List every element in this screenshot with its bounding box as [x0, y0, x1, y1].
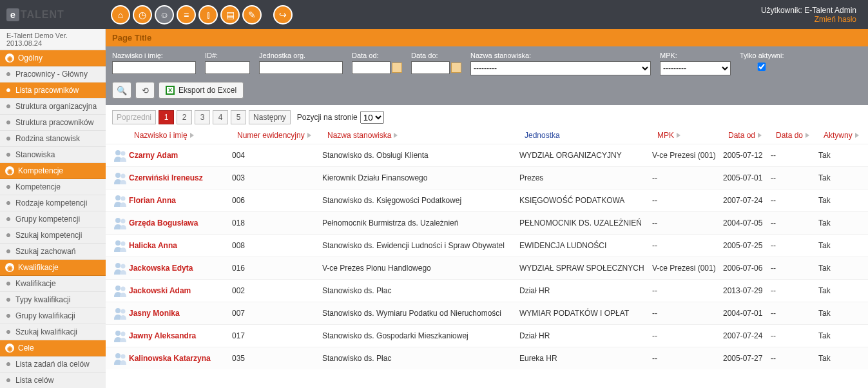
cell-dateto: --	[771, 354, 818, 363]
table-row: Jackowska Edyta016V-ce Prezes Pionu Hand…	[106, 257, 868, 279]
sidebar-section-header[interactable]: ◉Kwalifikacje	[0, 260, 106, 276]
next-page-button[interactable]: Następny	[249, 110, 291, 124]
th-datefrom[interactable]: Data od	[728, 131, 776, 140]
logout-icon[interactable]: ↪	[273, 5, 293, 24]
sidebar-item[interactable]: Stanowiska	[0, 147, 106, 163]
filter-mpk-select[interactable]: ---------	[660, 61, 731, 75]
filter-mpk-label: MPK:	[660, 52, 731, 59]
sidebar-item[interactable]: Grupy kompetencji	[0, 211, 106, 228]
th-mpk[interactable]: MPK	[657, 131, 728, 140]
employee-name-link[interactable]: Jackowska Edyta	[129, 264, 193, 273]
clear-button[interactable]: ⟲	[135, 82, 155, 99]
row-avatar	[112, 261, 129, 275]
page-number-button[interactable]: 2	[177, 110, 192, 124]
sidebar-item[interactable]: Lista pracowników	[0, 82, 106, 99]
sidebar-item-label: Lista pracowników	[15, 86, 79, 95]
sidebar-item[interactable]: Lista zadań dla celów	[0, 356, 106, 373]
filter-position-select[interactable]: ---------	[470, 61, 651, 75]
sidebar-item[interactable]: Struktura pracowników	[0, 115, 106, 131]
employee-name-link[interactable]: Jasny Monika	[129, 309, 180, 318]
sidebar-item[interactable]: Kompetencje	[0, 179, 106, 195]
sidebar-item[interactable]: Struktura organizacyjna	[0, 99, 106, 115]
section-title: Kompetencje	[18, 166, 63, 175]
sidebar: E-Talent Demo Ver. 2013.08.24 ◉OgólnyPra…	[0, 29, 106, 388]
filter-id-input[interactable]	[205, 61, 250, 74]
sidebar-item[interactable]: Typy kwalifikacji	[0, 292, 106, 308]
calendar-icon[interactable]	[392, 63, 402, 73]
svg-point-14	[115, 308, 121, 313]
th-active[interactable]: Aktywny	[824, 131, 868, 140]
th-dateto[interactable]: Data do	[776, 131, 824, 140]
filter-dateto-input[interactable]	[411, 61, 450, 74]
cell-datefrom: 2007-07-24	[723, 331, 771, 340]
svg-point-5	[121, 197, 126, 201]
content-area: Page Title Nazwisko i imię: ID#: Jednost…	[106, 29, 868, 388]
sidebar-item[interactable]: Pracownicy - Główny	[0, 66, 106, 82]
calendar-icon[interactable]	[451, 63, 461, 73]
cell-id: 006	[232, 196, 322, 205]
book-icon[interactable]: ▤	[220, 5, 240, 24]
employee-name-link[interactable]: Jawny Aleksandra	[129, 331, 196, 340]
bullet-icon	[6, 330, 10, 334]
bullet-icon	[6, 121, 10, 124]
th-position[interactable]: Nazwa stanowiska	[327, 131, 525, 140]
th-unit[interactable]: Jednostka	[525, 131, 657, 140]
svg-point-18	[115, 353, 121, 358]
cell-position: Pełnomocnik Burmistrza ds. Uzależnień	[322, 218, 519, 228]
change-password-link[interactable]: Zmień hasło	[761, 15, 856, 24]
filter-datefrom-input[interactable]	[352, 61, 391, 74]
sidebar-section-header[interactable]: ◉Kompetencje	[0, 163, 106, 179]
sidebar-item[interactable]: Rodzina stanowisk	[0, 131, 106, 147]
sidebar-item[interactable]: Szukaj kompetencji	[0, 228, 106, 244]
search-button[interactable]: 🔍	[112, 82, 131, 99]
page-number-button[interactable]: 4	[213, 110, 228, 124]
row-avatar	[112, 171, 129, 185]
wrench-icon[interactable]: ✎	[242, 5, 262, 24]
person-pair-icon	[113, 239, 128, 252]
people-icon[interactable]: ☺	[155, 5, 174, 24]
bullet-icon	[6, 314, 10, 318]
employee-name-link[interactable]: Grzęda Bogusława	[129, 218, 198, 228]
table-header-row: Nazwisko i imię Numer ewidencyjny Nazwa …	[106, 127, 868, 144]
bullet-icon	[6, 137, 10, 141]
table-row: Jawny Aleksandra017Stanowisko ds. Gospod…	[106, 324, 868, 347]
employee-name-link[interactable]: Florian Anna	[129, 196, 176, 205]
chart-icon[interactable]: ⫿	[198, 5, 218, 24]
svg-point-9	[121, 242, 126, 246]
sort-icon	[855, 133, 859, 138]
page-number-button[interactable]: 1	[159, 110, 174, 124]
page-size-select[interactable]: 10	[360, 111, 384, 124]
sort-icon	[758, 133, 762, 138]
employee-name-link[interactable]: Kalinowska Katarzyna	[129, 354, 211, 363]
th-name[interactable]: Nazwisko i imię	[134, 131, 237, 140]
sidebar-item[interactable]: Kwalifikacje	[0, 276, 106, 292]
sidebar-item[interactable]: Lista celów	[0, 373, 106, 388]
home-icon[interactable]: ⌂	[111, 5, 130, 24]
employee-name-link[interactable]: Czarny Adam	[129, 151, 178, 160]
th-id[interactable]: Numer ewidencyjny	[237, 131, 327, 140]
filter-active-checkbox[interactable]	[740, 63, 784, 71]
sidebar-item-label: Szukaj kwalifikacji	[15, 327, 77, 336]
svg-point-12	[115, 286, 121, 291]
clock-icon[interactable]: ◷	[133, 5, 152, 24]
sidebar-section-header[interactable]: ◉Ogólny	[0, 50, 106, 66]
sidebar-item[interactable]: Szukaj kwalifikacji	[0, 324, 106, 340]
sidebar-item[interactable]: Grupy kwalifikacji	[0, 308, 106, 324]
filter-unit-input[interactable]	[259, 61, 343, 74]
sidebar-item[interactable]: Szukaj zachowań	[0, 244, 106, 260]
cell-mpk: --	[652, 218, 723, 228]
sidebar-section-header[interactable]: ◉Cele	[0, 340, 106, 356]
prev-page-button[interactable]: Poprzedni	[112, 110, 156, 124]
cell-dateto: --	[771, 196, 818, 205]
employee-name-link[interactable]: Czerwiński Ireneusz	[129, 173, 203, 182]
svg-point-2	[115, 173, 121, 178]
page-number-button[interactable]: 5	[231, 110, 246, 124]
employee-name-link[interactable]: Halicka Anna	[129, 241, 177, 250]
filter-name-input[interactable]	[112, 61, 196, 74]
sidebar-item[interactable]: Rodzaje kompetencji	[0, 195, 106, 211]
export-excel-button[interactable]: X Eksport do Excel	[159, 82, 244, 99]
filter-panel: Nazwisko i imię: ID#: Jednostka org. Dat…	[106, 46, 868, 82]
list-icon[interactable]: ≡	[177, 5, 196, 24]
employee-name-link[interactable]: Jackowski Adam	[129, 286, 191, 295]
page-number-button[interactable]: 3	[195, 110, 210, 124]
